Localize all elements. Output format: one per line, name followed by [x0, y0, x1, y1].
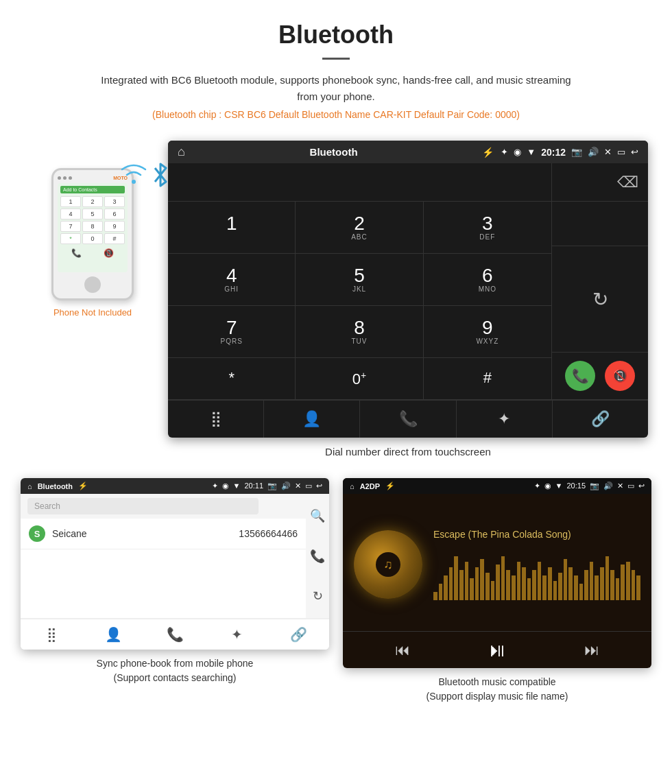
nav-phone[interactable]: 📞 — [360, 401, 456, 438]
phone-key-hash[interactable]: # — [104, 233, 125, 244]
pb-camera-icon[interactable]: 📷 — [267, 482, 277, 490]
dial-key-4[interactable]: 4 GHI — [168, 254, 296, 306]
car-status-bar: ⌂ Bluetooth ⚡ ✦ ◉ ▼ 20:12 📷 🔊 ✕ ▭ ↩ — [168, 141, 648, 163]
end-call-button[interactable]: 📵 — [605, 361, 635, 391]
pb-contact-letter: S — [29, 525, 45, 542]
phone-dialpad: 1 2 3 4 5 6 7 8 9 * 0 # — [60, 196, 125, 244]
phone-call-icon: 📞 — [71, 248, 82, 258]
phone-key-1[interactable]: 1 — [60, 196, 81, 207]
equalizer-bar — [470, 578, 474, 600]
pb-nav-bluetooth[interactable]: ✦ — [206, 619, 267, 650]
pb-nav-phone[interactable]: 📞 — [144, 619, 206, 650]
pb-nav-contact[interactable]: 👤 — [82, 619, 144, 650]
equalizer-bar — [449, 567, 453, 600]
phone-key-7[interactable]: 7 — [60, 221, 81, 232]
equalizer-bar — [568, 567, 573, 600]
pb-search-input[interactable]: Search — [27, 498, 259, 514]
car-dial-screen: ⌂ Bluetooth ⚡ ✦ ◉ ▼ 20:12 📷 🔊 ✕ ▭ ↩ — [168, 141, 648, 438]
pb-vol-icon[interactable]: 🔊 — [281, 482, 291, 490]
car-bottom-nav: ⣿ 👤 📞 ✦ 🔗 — [168, 400, 648, 438]
dial-key-hash[interactable]: # — [424, 358, 551, 400]
equalizer-bar — [584, 570, 588, 600]
equalizer-bar — [553, 581, 557, 600]
equalizer-bar — [590, 562, 594, 600]
phone-key-0[interactable]: 0 — [82, 233, 103, 244]
equalizer-bar — [439, 584, 443, 600]
pb-refresh-icon[interactable]: ↻ — [313, 589, 323, 604]
equalizer-bar — [433, 592, 437, 600]
phone-key-2[interactable]: 2 — [82, 196, 103, 207]
backspace-button[interactable]: ⌫ — [617, 174, 638, 191]
album-inner: ♫ — [376, 552, 400, 577]
pb-back-icon[interactable]: ↩ — [316, 482, 322, 490]
nav-bluetooth[interactable]: ✦ — [457, 401, 553, 438]
dial-key-1[interactable]: 1 — [168, 202, 296, 254]
ms-camera-icon[interactable]: 📷 — [590, 482, 599, 490]
pb-nav-dialpad[interactable]: ⣿ — [21, 619, 82, 650]
phone-key-4[interactable]: 4 — [60, 209, 81, 219]
phone-key-3[interactable]: 3 — [104, 196, 125, 207]
home-icon[interactable]: ⌂ — [178, 145, 185, 159]
pb-call-icon[interactable]: 📞 — [310, 549, 325, 564]
pb-home-icon[interactable]: ⌂ — [27, 482, 32, 490]
middle-section: MOTO Add to Contacts 1 2 3 4 5 6 7 8 9 *… — [0, 127, 672, 464]
dialpad-display — [168, 163, 551, 202]
nav-dialpad[interactable]: ⣿ — [168, 401, 264, 438]
play-pause-button[interactable]: ⏯ — [488, 639, 507, 661]
equalizer-bar — [605, 556, 610, 600]
page-title: Bluetooth — [41, 21, 631, 49]
phone-key-6[interactable]: 6 — [104, 209, 125, 219]
equalizer-bar — [459, 570, 464, 600]
usb-icon: ⚡ — [482, 147, 494, 158]
nav-contact[interactable]: 👤 — [264, 401, 360, 438]
phonebook-screen: ⌂ Bluetooth ⚡ ✦ ◉ ▼ 20:11 📷 🔊 ✕ ▭ ↩ — [21, 478, 329, 650]
equalizer-bar — [485, 573, 490, 600]
equalizer — [433, 545, 640, 600]
equalizer-bar — [626, 562, 630, 600]
dial-key-9[interactable]: 9 WXYZ — [424, 306, 551, 358]
volume-icon[interactable]: 🔊 — [588, 147, 599, 157]
ms-vol-icon[interactable]: 🔊 — [603, 482, 613, 490]
pb-close-icon[interactable]: ✕ — [295, 482, 301, 490]
equalizer-bar — [491, 581, 495, 600]
ms-bt-icon: ✦ — [534, 482, 540, 490]
header-description: Integrated with BC6 Bluetooth module, su… — [96, 72, 576, 105]
next-button[interactable]: ⏭ — [584, 641, 599, 659]
ms-screen-icon[interactable]: ▭ — [627, 482, 634, 490]
pb-screen-icon[interactable]: ▭ — [305, 482, 312, 490]
call-button[interactable]: 📞 — [565, 361, 595, 391]
pb-empty-space — [21, 549, 306, 618]
phone-key-9[interactable]: 9 — [104, 221, 125, 232]
dial-key-2[interactable]: 2 ABC — [296, 202, 423, 254]
close-icon[interactable]: ✕ — [604, 147, 612, 157]
pb-nav-link[interactable]: 🔗 — [267, 619, 329, 650]
music-caption: Bluetooth music compatible (Support disp… — [343, 675, 651, 704]
ms-content: ♫ Escape (The Pina Colada Song) — [343, 494, 651, 631]
ms-close-icon[interactable]: ✕ — [617, 482, 623, 490]
dial-key-3[interactable]: 3 DEF — [424, 202, 551, 254]
pb-contact-name: Seicane — [52, 528, 232, 539]
back-icon[interactable]: ↩ — [631, 147, 638, 157]
dial-key-6[interactable]: 6 MNO — [424, 254, 551, 306]
page-header: Bluetooth Integrated with BC6 Bluetooth … — [0, 0, 672, 127]
refresh-button[interactable]: ↻ — [552, 246, 648, 353]
dial-key-7[interactable]: 7 PQRS — [168, 306, 296, 358]
dial-key-0[interactable]: 0+ — [296, 358, 423, 400]
ms-status-bar: ⌂ A2DP ⚡ ✦ ◉ ▼ 20:15 📷 🔊 ✕ ▭ ↩ — [343, 478, 651, 494]
nav-link[interactable]: 🔗 — [553, 401, 648, 438]
camera-icon[interactable]: 📷 — [571, 147, 582, 157]
dial-key-star[interactable]: * — [168, 358, 296, 400]
equalizer-bar — [621, 565, 625, 600]
dialpad-area: 1 2 ABC 3 DEF 4 — [168, 163, 648, 400]
ms-back-icon[interactable]: ↩ — [638, 482, 645, 490]
phone-key-8[interactable]: 8 — [82, 221, 103, 232]
phone-home-button[interactable] — [84, 276, 101, 293]
dial-key-8[interactable]: 8 TUV — [296, 306, 423, 358]
phone-key-star[interactable]: * — [60, 233, 81, 244]
prev-button[interactable]: ⏮ — [395, 641, 410, 659]
phone-key-5[interactable]: 5 — [82, 209, 103, 219]
dial-key-5[interactable]: 5 JKL — [296, 254, 423, 306]
screen-icon[interactable]: ▭ — [617, 147, 625, 157]
pb-search-icon[interactable]: 🔍 — [310, 508, 325, 523]
ms-home-icon[interactable]: ⌂ — [350, 482, 355, 490]
